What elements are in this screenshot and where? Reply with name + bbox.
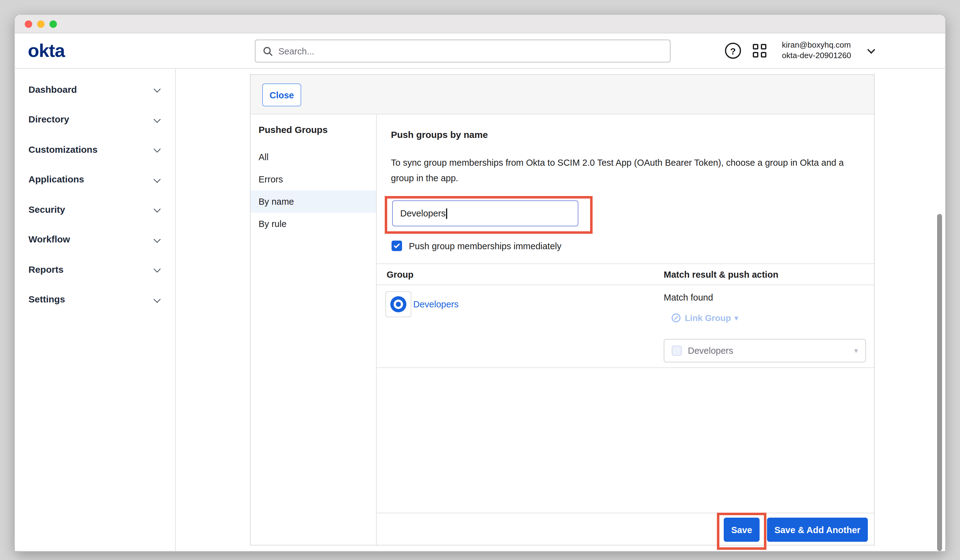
grid-square [761, 44, 766, 50]
section-title: Push groups by name [391, 129, 488, 140]
link-group-icon [671, 313, 681, 323]
desktop-background: okta ? kiran@boxyhq.com okta-dev-20901 [0, 0, 960, 560]
column-header-group: Group [387, 264, 413, 285]
select-caret-icon: ▾ [854, 346, 858, 355]
search-icon [263, 46, 273, 56]
grid-square [761, 52, 766, 58]
chevron-down-icon [154, 266, 161, 273]
search-input[interactable] [278, 46, 662, 56]
push-by-name-section: Push groups by name To sync group member… [377, 114, 874, 545]
section-description: To sync group memberships from Okta to S… [391, 155, 852, 186]
target-group-value: Developers [688, 346, 854, 355]
chevron-down-icon [154, 146, 161, 153]
zoom-window-button[interactable] [50, 20, 57, 27]
push-immediately-row: Push group memberships immediately [392, 241, 562, 251]
group-icon [386, 291, 411, 317]
sidebar-item-label: Reports [29, 264, 63, 275]
group-link[interactable]: Developers [413, 299, 459, 309]
column-header-match: Match result & push action [664, 264, 778, 285]
group-donut-icon [390, 296, 406, 312]
save-button[interactable]: Save [724, 518, 760, 542]
group-name-input-value: Developers [400, 208, 446, 218]
sidebar-item-label: Directory [29, 114, 69, 125]
link-group-label: Link Group [685, 313, 731, 323]
okta-logo[interactable]: okta [28, 40, 65, 61]
sidebar-item-dashboard[interactable]: Dashboard [15, 74, 175, 104]
sidebar-item-customizations[interactable]: Customizations [15, 134, 175, 164]
sidebar-item-label: Workflow [29, 234, 70, 245]
chevron-down-icon [154, 116, 161, 123]
help-icon[interactable]: ? [725, 43, 741, 59]
sidebar-item-applications[interactable]: Applications [15, 164, 175, 194]
text-caret [446, 208, 447, 219]
group-name-input[interactable]: Developers [392, 200, 578, 226]
footer-divider [377, 513, 874, 513]
minimize-window-button[interactable] [37, 20, 45, 27]
push-groups-panel: Close Pushed Groups All Errors By name B… [250, 74, 875, 546]
sidebar-item-label: Applications [29, 174, 84, 185]
link-group-action[interactable]: Link Group ▾ [671, 313, 738, 323]
org-name: okta-dev-20901260 [782, 50, 864, 61]
sidebar-item-label: Dashboard [29, 84, 77, 94]
sidebar-item-label: Security [29, 204, 65, 214]
chevron-down-icon [154, 236, 161, 243]
grid-square [753, 44, 758, 50]
apps-grid-icon[interactable] [753, 44, 768, 59]
panel-body: Pushed Groups All Errors By name By rule… [251, 114, 874, 545]
caret-down-icon: ▾ [734, 314, 738, 322]
app-window: okta ? kiran@boxyhq.com okta-dev-20901 [14, 14, 946, 552]
table-header: Group Match result & push action [377, 264, 874, 285]
target-group-select[interactable]: Developers ▾ [664, 339, 866, 362]
chevron-down-icon [154, 296, 161, 303]
sidebar-item-reports[interactable]: Reports [15, 254, 175, 284]
subnav-item-all[interactable]: All [251, 146, 376, 168]
account-menu[interactable]: kiran@boxyhq.com okta-dev-20901260 [782, 40, 864, 61]
chevron-down-icon [154, 176, 161, 183]
select-checkbox [672, 346, 682, 355]
sidebar-item-workflow[interactable]: Workflow [15, 224, 175, 254]
sidebar-item-label: Customizations [29, 144, 98, 155]
app-header: okta ? kiran@boxyhq.com okta-dev-20901 [15, 34, 945, 69]
main-content: Close Pushed Groups All Errors By name B… [176, 69, 945, 551]
vertical-scrollbar[interactable] [937, 214, 942, 551]
sidebar-nav: Dashboard Directory Customizations Appli… [15, 69, 176, 551]
sidebar-item-settings[interactable]: Settings [15, 284, 175, 314]
account-chevron-icon[interactable] [867, 46, 875, 53]
chevron-down-icon [154, 86, 161, 93]
panel-header: Close [251, 75, 874, 114]
pushed-groups-subnav: Pushed Groups All Errors By name By rule [251, 114, 377, 545]
subnav-title: Pushed Groups [259, 124, 328, 135]
save-add-another-button[interactable]: Save & Add Another [767, 518, 868, 542]
grid-square [753, 52, 758, 58]
push-immediately-label: Push group memberships immediately [409, 241, 562, 251]
row-divider [377, 367, 874, 368]
window-titlebar [15, 15, 945, 34]
user-email: kiran@boxyhq.com [782, 40, 864, 50]
match-status: Match found [664, 293, 713, 302]
subnav-list: All Errors By name By rule [251, 146, 376, 235]
sidebar-item-security[interactable]: Security [15, 194, 175, 224]
subnav-item-by-name[interactable]: By name [251, 190, 376, 213]
search-bar[interactable] [255, 40, 670, 62]
subnav-item-by-rule[interactable]: By rule [251, 213, 376, 235]
chevron-down-icon [154, 206, 161, 213]
checkmark-icon [394, 242, 400, 248]
push-immediately-checkbox[interactable] [392, 241, 402, 251]
help-icon-glyph: ? [730, 45, 736, 56]
close-window-button[interactable] [25, 20, 32, 27]
sidebar-item-directory[interactable]: Directory [15, 104, 175, 134]
close-button[interactable]: Close [262, 83, 301, 106]
subnav-item-errors[interactable]: Errors [251, 168, 376, 190]
sidebar-item-label: Settings [29, 294, 65, 305]
